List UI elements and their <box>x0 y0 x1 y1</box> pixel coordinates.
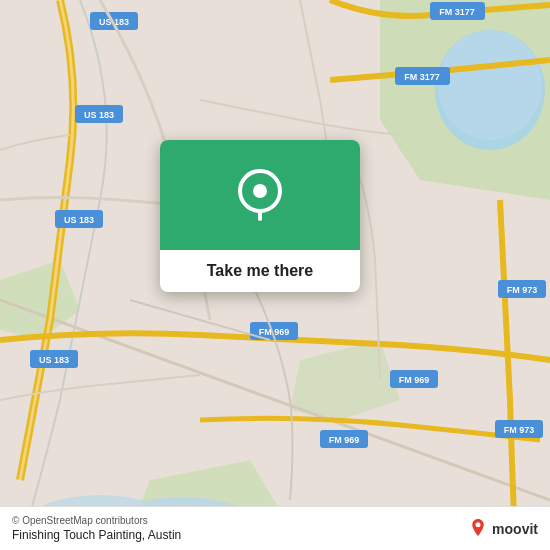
svg-marker-4 <box>290 340 400 420</box>
svg-point-30 <box>476 522 481 527</box>
take-me-there-button[interactable]: Take me there <box>160 250 360 292</box>
map-attribution: © OpenStreetMap contributors <box>12 515 181 526</box>
svg-text:FM 969: FM 969 <box>399 375 430 385</box>
moovit-icon <box>468 519 488 539</box>
svg-text:FM 969: FM 969 <box>329 435 360 445</box>
place-name: Finishing Touch Painting, Austin <box>12 528 181 542</box>
svg-text:US 183: US 183 <box>64 215 94 225</box>
svg-text:US 183: US 183 <box>39 355 69 365</box>
bottom-bar: © OpenStreetMap contributors Finishing T… <box>0 506 550 550</box>
svg-marker-2 <box>0 260 80 340</box>
location-pin-icon <box>238 169 282 221</box>
pin-circle-inner <box>253 184 267 198</box>
pin-circle-outer <box>238 169 282 213</box>
pin-tail <box>258 209 262 221</box>
popup-green-area <box>160 140 360 250</box>
bottom-left-info: © OpenStreetMap contributors Finishing T… <box>12 515 181 542</box>
moovit-logo: moovit <box>468 519 538 539</box>
popup-card: Take me there <box>160 140 360 292</box>
svg-text:US 183: US 183 <box>84 110 114 120</box>
svg-text:FM 3177: FM 3177 <box>439 7 475 17</box>
svg-text:FM 3177: FM 3177 <box>404 72 440 82</box>
svg-text:FM 973: FM 973 <box>504 425 535 435</box>
moovit-text: moovit <box>492 521 538 537</box>
map-container: US 183 US 183 US 183 US 183 FM 3177 FM 3… <box>0 0 550 550</box>
svg-point-5 <box>438 30 542 140</box>
svg-text:FM 973: FM 973 <box>507 285 538 295</box>
